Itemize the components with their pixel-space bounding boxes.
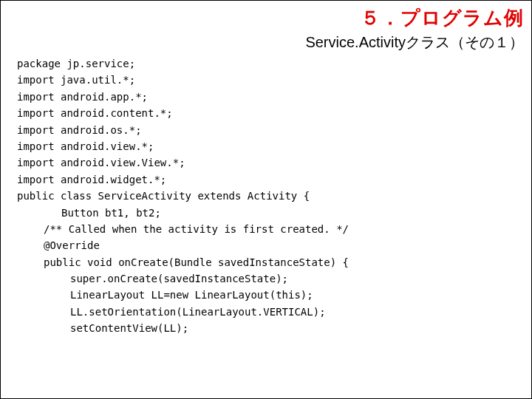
slide-title: ５．プログラム例 — [1, 5, 524, 31]
slide-page: ５．プログラム例 Service.Activityクラス（その１） packag… — [0, 0, 532, 399]
code-line: public class ServiceActivity extends Act… — [17, 188, 531, 204]
slide-subtitle: Service.Activityクラス（その１） — [1, 33, 524, 52]
code-line: super.onCreate(savedInstanceState); — [17, 270, 531, 287]
code-line: import android.content.*; — [17, 105, 531, 121]
title-block: ５．プログラム例 Service.Activityクラス（その１） — [1, 1, 531, 52]
code-line: import android.os.*; — [17, 122, 531, 138]
code-line: import android.view.View.*; — [17, 154, 531, 171]
code-line: LinearLayout LL=new LinearLayout(this); — [17, 287, 531, 303]
code-line: package jp.service; — [17, 55, 531, 72]
code-line: import android.app.*; — [17, 89, 531, 105]
code-line: setContentView(LL); — [17, 320, 531, 336]
code-line: import java.util.*; — [17, 72, 531, 88]
code-line: import android.view.*; — [17, 138, 531, 154]
code-line: LL.setOrientation(LinearLayout.VERTICAL)… — [17, 304, 531, 320]
code-line: import android.widget.*; — [17, 171, 531, 188]
code-line: Button bt1, bt2; — [17, 205, 531, 221]
code-block: package jp.service; import java.util.*; … — [1, 55, 531, 337]
code-line: /** Called when the activity is first cr… — [17, 221, 531, 237]
code-line: public void onCreate(Bundle savedInstanc… — [17, 254, 531, 270]
code-line: @Override — [17, 237, 531, 253]
